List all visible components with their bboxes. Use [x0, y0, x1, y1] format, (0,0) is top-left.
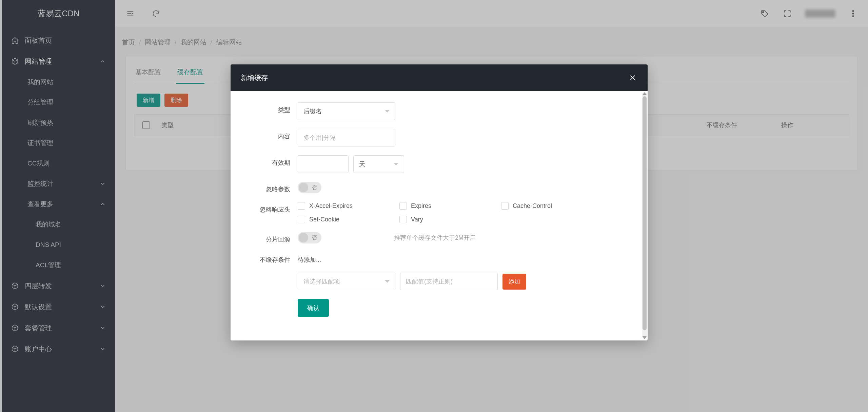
chevron-down-icon	[385, 280, 390, 283]
scroll-down-icon	[643, 336, 647, 339]
unit-select[interactable]: 天	[353, 155, 404, 173]
label-ignore-params: 忽略参数	[244, 182, 298, 193]
checkbox-icon	[298, 202, 305, 210]
label-slice-origin: 分片回源	[244, 232, 298, 243]
add-cache-modal: 新增缓存 类型 后缀名 内容 有效期	[231, 64, 648, 340]
add-condition-button[interactable]: 添加	[502, 274, 526, 290]
match-value-wrapper	[400, 273, 498, 290]
label-validity: 有效期	[244, 155, 298, 167]
chevron-down-icon	[394, 163, 398, 165]
type-select-value: 后缀名	[303, 107, 322, 115]
modal-scrollbar[interactable]	[642, 92, 647, 339]
chevron-down-icon	[385, 110, 390, 113]
row-validity: 有效期 天	[244, 155, 634, 173]
chk-label: Cache-Control	[513, 202, 552, 210]
chk-set-cookie[interactable]: Set-Cookie	[298, 216, 399, 223]
modal-header: 新增缓存	[231, 64, 648, 91]
modal-title: 新增缓存	[241, 73, 268, 82]
chk-label: Vary	[411, 216, 423, 223]
switch-knob	[299, 233, 308, 242]
row-ignore-params: 忽略参数 否	[244, 182, 634, 193]
checkbox-icon	[501, 202, 509, 210]
row-confirm: 确认	[244, 299, 634, 317]
label-type: 类型	[244, 102, 298, 114]
row-condition-input: 请选择匹配项 添加	[244, 273, 634, 290]
row-content: 内容	[244, 129, 634, 146]
scroll-up-icon	[643, 92, 647, 95]
row-ignore-headers: 忽略响应头 X-Accel-Expires Expires Cache-Cont…	[244, 202, 634, 223]
modal-body: 类型 后缀名 内容 有效期 天	[231, 91, 648, 340]
slice-hint: 推荐单个缓存文件大于2M开启	[394, 234, 476, 242]
confirm-button[interactable]: 确认	[298, 299, 329, 317]
nocache-pending: 待添加...	[298, 252, 321, 264]
validity-input[interactable]	[303, 161, 343, 168]
type-select[interactable]: 后缀名	[298, 102, 395, 120]
chk-x-accel-expires[interactable]: X-Accel-Expires	[298, 202, 399, 210]
chk-label: Expires	[411, 202, 431, 210]
label-nocache-cond: 不缓存条件	[244, 252, 298, 264]
validity-input-wrapper	[298, 155, 349, 173]
chk-expires[interactable]: Expires	[399, 202, 501, 210]
match-select-placeholder: 请选择匹配项	[303, 277, 340, 286]
match-value-input[interactable]	[406, 278, 492, 285]
match-select[interactable]: 请选择匹配项	[298, 273, 395, 290]
ignore-params-switch[interactable]: 否	[298, 182, 321, 193]
switch-value: 否	[312, 234, 317, 241]
switch-knob	[299, 183, 308, 192]
chk-vary[interactable]: Vary	[399, 216, 501, 223]
close-icon[interactable]	[628, 73, 637, 82]
content-input[interactable]	[303, 134, 390, 141]
checkbox-icon	[298, 216, 305, 223]
chk-label: Set-Cookie	[309, 216, 339, 223]
unit-select-value: 天	[359, 160, 365, 168]
label-content: 内容	[244, 129, 298, 140]
row-nocache-cond: 不缓存条件 待添加...	[244, 252, 634, 264]
checkbox-icon	[399, 202, 407, 210]
row-slice-origin: 分片回源 否 推荐单个缓存文件大于2M开启	[244, 232, 634, 243]
content-input-wrapper	[298, 129, 395, 146]
switch-value: 否	[312, 184, 317, 191]
row-type: 类型 后缀名	[244, 102, 634, 120]
label-ignore-headers: 忽略响应头	[244, 202, 298, 214]
chk-label: X-Accel-Expires	[309, 202, 353, 210]
chk-cache-control[interactable]: Cache-Control	[501, 202, 603, 210]
slice-origin-switch[interactable]: 否	[298, 232, 321, 243]
checkbox-icon	[399, 216, 407, 223]
header-checkbox-group: X-Accel-Expires Expires Cache-Control Se…	[298, 202, 603, 223]
scrollbar-thumb[interactable]	[643, 96, 647, 330]
